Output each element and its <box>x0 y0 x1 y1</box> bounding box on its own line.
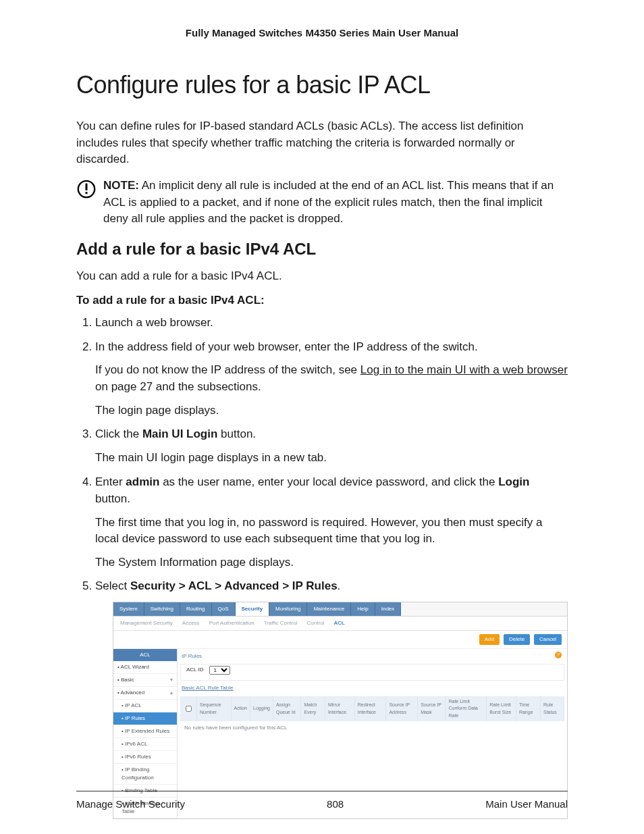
cancel-button[interactable]: Cancel <box>534 634 562 645</box>
sidebar-item-ip-extended-rules[interactable]: • IP Extended Rules <box>113 725 177 738</box>
col-mirror-interface: Mirror Interface <box>325 696 354 722</box>
select-all-cell[interactable] <box>180 696 197 722</box>
button-row: Add Delete Cancel <box>113 631 567 649</box>
col-rate-limit-conform-data-rate: Rate Limit Conform Data Rate <box>446 696 487 722</box>
chevron-icon: ▾ <box>170 676 173 684</box>
delete-button[interactable]: Delete <box>504 634 530 645</box>
step-2: In the address field of your web browser… <box>95 338 568 419</box>
col-action: Action <box>231 696 250 722</box>
select-all-checkbox[interactable] <box>186 706 192 712</box>
footer-page-number: 808 <box>327 798 344 810</box>
sidebar-item-ip-acl[interactable]: • IP ACL <box>113 700 177 712</box>
tab-routing[interactable]: Routing <box>180 602 212 616</box>
tab-help[interactable]: Help <box>351 602 375 616</box>
svg-rect-2 <box>86 192 88 194</box>
step-1: Launch a web browser. <box>95 314 568 332</box>
col-redirect-interface: Redirect Interface <box>354 696 386 722</box>
col-logging: Logging <box>250 696 273 722</box>
chevron-icon: ▴ <box>170 689 173 697</box>
subtab-management-security[interactable]: Management Security <box>120 619 173 627</box>
footer-left: Manage Switch Security <box>76 798 185 810</box>
task-heading: To add a rule for a basic IPv4 ACL: <box>76 294 568 307</box>
sidebar-item-acl-wizard[interactable]: • ACL Wizard <box>113 661 177 674</box>
acl-id-row: ACL ID 1 <box>180 664 564 681</box>
tab-index[interactable]: Index <box>375 602 402 616</box>
sidebar-item-ip-rules[interactable]: • IP Rules <box>113 712 177 725</box>
acl-id-select[interactable]: 1 <box>209 666 230 675</box>
sidebar-header: ACL <box>113 649 177 661</box>
tab-system[interactable]: System <box>113 602 144 616</box>
page-footer: Manage Switch Security 808 Main User Man… <box>76 791 568 810</box>
svg-rect-1 <box>86 183 88 190</box>
note-label: NOTE: <box>103 179 139 192</box>
rule-table-title: Basic ACL Rule Table <box>180 681 564 694</box>
sub-tabs: Management SecurityAccessPort Authentica… <box>113 617 567 631</box>
step-5: Select Security > ACL > Advanced > IP Ru… <box>95 577 568 819</box>
help-icon[interactable]: ? <box>555 652 562 658</box>
col-source-ip-mask: Source IP Mask <box>418 696 446 722</box>
tab-qos[interactable]: QoS <box>212 602 236 616</box>
steps-list: Launch a web browser. In the address fie… <box>76 314 568 818</box>
tab-security[interactable]: Security <box>236 602 270 616</box>
note-callout: NOTE: An implicit deny all rule is inclu… <box>76 178 568 228</box>
intro-paragraph: You can define rules for IP-based standa… <box>76 118 568 168</box>
rule-table: Sequence NumberActionLoggingAssign Queue… <box>180 696 564 722</box>
ip-rules-title: IP Rules ? <box>180 649 564 664</box>
top-tabs: SystemSwitchingRoutingQoSSecurityMonitor… <box>113 602 567 617</box>
acl-id-label: ACL ID <box>186 666 204 674</box>
col-source-ip-address: Source IP Address <box>386 696 418 722</box>
col-rule-status: Rule Status <box>540 696 564 722</box>
col-time-range: Time Range <box>516 696 540 722</box>
footer-right: Main User Manual <box>485 798 568 810</box>
subtab-traffic-control[interactable]: Traffic Control <box>264 619 298 627</box>
embedded-screenshot: SystemSwitchingRoutingQoSSecurityMonitor… <box>113 602 568 819</box>
subtab-port-authentication[interactable]: Port Authentication <box>209 619 254 627</box>
col-sequence-number: Sequence Number <box>197 696 232 722</box>
page-title: Configure rules for a basic IP ACL <box>76 71 568 99</box>
section-intro: You can add a rule for a basic IPv4 ACL. <box>76 268 568 285</box>
section-heading: Add a rule for a basic IPv4 ACL <box>76 240 568 259</box>
tab-monitoring[interactable]: Monitoring <box>269 602 307 616</box>
sidebar-item-advanced[interactable]: • Advanced▴ <box>113 687 177 700</box>
empty-message: No rules have been configured for this A… <box>180 721 564 735</box>
subtab-acl[interactable]: ACL <box>333 619 344 627</box>
step-3: Click the Main UI Login button. The main… <box>95 425 568 466</box>
add-button[interactable]: Add <box>479 634 500 645</box>
sidebar-item-basic[interactable]: • Basic▾ <box>113 674 177 687</box>
note-text: An implicit deny all rule is included at… <box>103 179 554 225</box>
subtab-control[interactable]: Control <box>307 619 325 627</box>
tab-maintenance[interactable]: Maintenance <box>307 602 351 616</box>
note-body: NOTE: An implicit deny all rule is inclu… <box>103 178 568 228</box>
col-assign-queue-id: Assign Queue Id <box>273 696 301 722</box>
col-rate-limit-burst-size: Rate Limit Burst Size <box>487 696 516 722</box>
step-4: Enter admin as the user name, enter your… <box>95 473 568 571</box>
sidebar-item-ip-binding-configuration[interactable]: • IP Binding Configuration <box>113 764 177 785</box>
sidebar-item-ipv6-rules[interactable]: • IPv6 Rules <box>113 751 177 764</box>
sidebar-item-ipv6-acl[interactable]: • IPv6 ACL <box>113 738 177 751</box>
alert-icon <box>76 179 97 199</box>
tab-switching[interactable]: Switching <box>144 602 180 616</box>
doc-header: Fully Managed Switches M4350 Series Main… <box>76 27 568 38</box>
subtab-access[interactable]: Access <box>182 619 200 627</box>
col-match-every: Match Every <box>301 696 325 722</box>
xref-login-link[interactable]: Log in to the main UI with a web browser <box>360 363 568 376</box>
